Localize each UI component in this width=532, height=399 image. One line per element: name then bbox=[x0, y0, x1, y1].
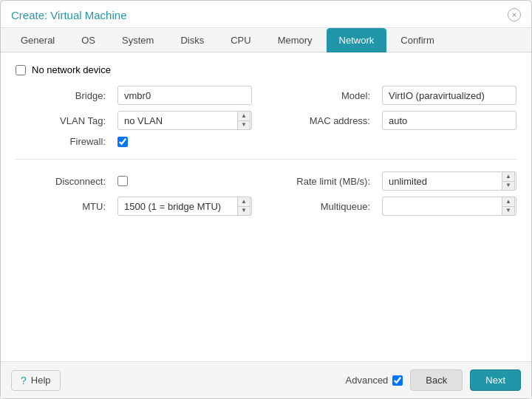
dialog: Create: Virtual Machine × General OS Sys… bbox=[0, 0, 532, 399]
help-button[interactable]: ? Help bbox=[11, 370, 61, 391]
mtu-input[interactable] bbox=[117, 197, 252, 216]
bridge-select[interactable]: vmbr0 bbox=[117, 86, 252, 105]
multiqueue-label: Multiqueue: bbox=[258, 201, 376, 212]
tab-system[interactable]: System bbox=[109, 28, 166, 52]
firewall-checkbox[interactable] bbox=[117, 137, 128, 147]
vlan-input[interactable] bbox=[117, 111, 252, 130]
mtu-up[interactable]: ▲ bbox=[237, 197, 250, 206]
rate-limit-up[interactable]: ▲ bbox=[502, 171, 515, 181]
advanced-label: Advanced bbox=[346, 375, 389, 386]
firewall-checkbox-wrap bbox=[117, 137, 252, 147]
advanced-checkbox[interactable] bbox=[392, 375, 403, 386]
tab-bar: General OS System Disks CPU Memory Netwo… bbox=[1, 28, 531, 52]
disconnect-checkbox-wrap bbox=[117, 176, 252, 186]
content-area: No network device Bridge: vmbr0 Model: V… bbox=[1, 52, 531, 361]
mac-label: MAC address: bbox=[258, 115, 376, 126]
firewall-label: Firewall: bbox=[16, 136, 112, 147]
tab-confirm[interactable]: Confirm bbox=[388, 28, 447, 52]
advanced-wrap: Advanced bbox=[346, 375, 403, 386]
multiqueue-input-wrap: ▲ ▼ bbox=[382, 197, 516, 216]
rate-limit-label: Rate limit (MB/s): bbox=[258, 176, 376, 187]
next-button[interactable]: Next bbox=[470, 369, 521, 391]
bridge-select-container: vmbr0 bbox=[117, 86, 252, 105]
model-label: Model: bbox=[258, 90, 376, 101]
vlan-down[interactable]: ▼ bbox=[237, 120, 250, 131]
rate-limit-down[interactable]: ▼ bbox=[502, 181, 515, 191]
close-button[interactable]: × bbox=[508, 8, 521, 21]
mtu-down[interactable]: ▼ bbox=[237, 206, 250, 216]
tab-memory[interactable]: Memory bbox=[265, 28, 325, 52]
tab-general[interactable]: General bbox=[8, 28, 67, 52]
mtu-input-wrap: ▲ ▼ bbox=[117, 197, 252, 216]
help-icon: ? bbox=[21, 375, 27, 386]
form-grid: Bridge: vmbr0 Model: VirtIO (paravirtual… bbox=[16, 86, 516, 216]
mtu-spinner: ▲ ▼ bbox=[237, 197, 250, 216]
no-network-label: No network device bbox=[32, 64, 111, 75]
footer-right: Advanced Back Next bbox=[346, 369, 521, 391]
mtu-label: MTU: bbox=[16, 201, 112, 212]
rate-limit-input[interactable] bbox=[382, 171, 516, 191]
vlan-label: VLAN Tag: bbox=[16, 115, 112, 126]
disconnect-label: Disconnect: bbox=[16, 176, 112, 187]
back-button[interactable]: Back bbox=[410, 369, 463, 391]
dialog-title: Create: Virtual Machine bbox=[11, 9, 126, 21]
footer: ? Help Advanced Back Next bbox=[1, 361, 531, 398]
divider bbox=[16, 159, 516, 160]
no-network-checkbox[interactable] bbox=[16, 65, 26, 75]
title-bar: Create: Virtual Machine × bbox=[1, 1, 531, 28]
model-select-container: VirtIO (paravirtualized) bbox=[382, 86, 516, 105]
bridge-label: Bridge: bbox=[16, 90, 112, 101]
multiqueue-up[interactable]: ▲ bbox=[502, 197, 515, 206]
vlan-up[interactable]: ▲ bbox=[237, 111, 250, 120]
multiqueue-spinner: ▲ ▼ bbox=[502, 197, 515, 216]
vlan-spinner: ▲ ▼ bbox=[237, 111, 250, 130]
tab-disks[interactable]: Disks bbox=[168, 28, 216, 52]
model-select[interactable]: VirtIO (paravirtualized) bbox=[382, 86, 516, 105]
rate-limit-spinner: ▲ ▼ bbox=[502, 171, 515, 191]
disconnect-checkbox[interactable] bbox=[117, 176, 128, 186]
tab-os[interactable]: OS bbox=[69, 28, 108, 52]
rate-limit-input-wrap: ▲ ▼ bbox=[382, 171, 516, 191]
mac-input[interactable] bbox=[382, 111, 516, 130]
help-label: Help bbox=[31, 375, 51, 386]
multiqueue-input[interactable] bbox=[382, 197, 516, 216]
tab-network[interactable]: Network bbox=[327, 28, 387, 52]
no-network-row: No network device bbox=[16, 64, 516, 75]
vlan-input-wrap: ▲ ▼ bbox=[117, 111, 252, 130]
tab-cpu[interactable]: CPU bbox=[218, 28, 263, 52]
multiqueue-down[interactable]: ▼ bbox=[502, 206, 515, 216]
